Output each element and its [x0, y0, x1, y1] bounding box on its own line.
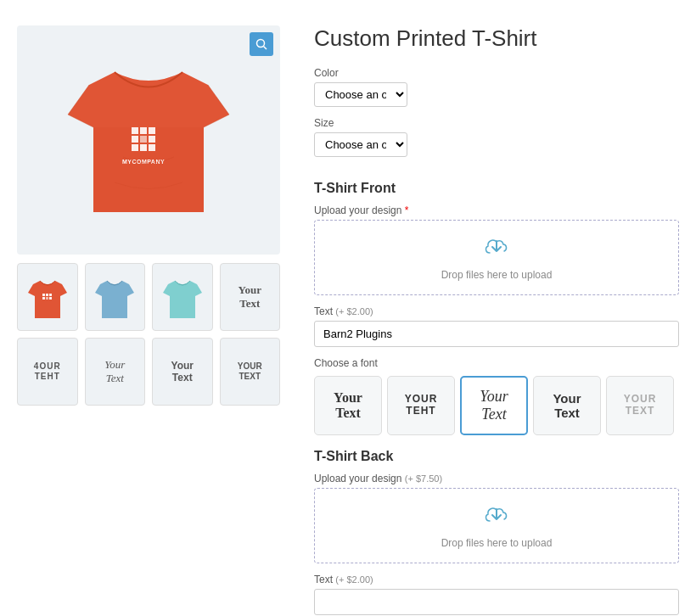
- svg-rect-13: [46, 294, 48, 296]
- svg-rect-10: [149, 144, 155, 151]
- back-upload-hint: Drop files here to upload: [441, 537, 553, 549]
- svg-rect-12: [42, 294, 45, 296]
- svg-rect-14: [49, 294, 52, 296]
- svg-line-1: [264, 47, 267, 50]
- front-upload-hint: Drop files here to upload: [441, 269, 553, 281]
- thumb-block-font[interactable]: 4OURTEHT: [17, 338, 78, 406]
- main-product-image: MYCOMPANY: [17, 25, 280, 255]
- front-text-input[interactable]: [314, 321, 679, 347]
- font-option-block[interactable]: YOURTEHT: [387, 376, 455, 435]
- thumb-script-font[interactable]: YourText: [85, 338, 146, 406]
- upload-cloud-icon: [328, 234, 665, 264]
- back-section-title: T-Shirt Back: [314, 449, 679, 464]
- thumb-red-shirt[interactable]: [17, 263, 78, 331]
- size-select[interactable]: Choose an option S M L XL XXL: [314, 132, 407, 157]
- svg-rect-3: [140, 127, 147, 134]
- thumb-your-text[interactable]: YourText: [220, 263, 281, 331]
- svg-rect-16: [46, 297, 48, 300]
- color-field: Color Choose an option Red Blue Teal: [314, 67, 679, 117]
- thumb-bold-font[interactable]: YourText: [152, 338, 213, 406]
- size-field: Size Choose an option S M L XL XXL: [314, 117, 679, 167]
- font-choose-label: Choose a font: [314, 357, 679, 369]
- svg-rect-5: [132, 136, 138, 143]
- svg-rect-15: [42, 297, 45, 300]
- back-upload-cloud-icon: [328, 502, 665, 532]
- font-option-serif[interactable]: YourText: [314, 376, 382, 435]
- back-text-input[interactable]: [314, 589, 679, 615]
- svg-rect-4: [149, 127, 155, 134]
- svg-rect-9: [140, 144, 147, 151]
- thumb-teal-shirt[interactable]: [152, 263, 213, 331]
- svg-rect-2: [132, 127, 138, 134]
- font-options-group: YourText YOURTEHT YourText YourText YOUR…: [314, 376, 679, 435]
- svg-rect-6: [140, 136, 147, 143]
- font-option-outline[interactable]: YOURTEXT: [606, 376, 674, 435]
- svg-point-0: [257, 40, 265, 48]
- font-option-bold[interactable]: YourText: [533, 376, 601, 435]
- product-image-column: MYCOMPANY: [17, 25, 280, 616]
- front-text-price-hint: (+ $2.00): [335, 306, 373, 316]
- color-select[interactable]: Choose an option Red Blue Teal: [314, 82, 407, 107]
- zoom-button[interactable]: [250, 32, 273, 56]
- front-upload-box[interactable]: Drop files here to upload: [314, 220, 679, 295]
- back-text-label: Text (+ $2.00): [314, 574, 679, 585]
- font-option-script[interactable]: YourText: [460, 376, 528, 435]
- back-text-price-hint: (+ $2.00): [335, 574, 373, 585]
- svg-rect-17: [49, 297, 52, 300]
- product-title: Custom Printed T-Shirt: [314, 25, 679, 52]
- front-text-label: Text (+ $2.00): [314, 305, 679, 317]
- back-upload-label: Upload your design (+ $7.50): [314, 473, 679, 484]
- back-upload-box[interactable]: Drop files here to upload: [314, 488, 679, 563]
- back-upload-price-hint: (+ $7.50): [405, 473, 442, 484]
- thumb-blue-shirt[interactable]: [85, 263, 146, 331]
- front-upload-label: Upload your design: [314, 204, 679, 216]
- svg-rect-8: [132, 144, 138, 151]
- size-label: Size: [314, 117, 679, 129]
- svg-rect-7: [149, 136, 155, 143]
- front-section-title: T-Shirt Front: [314, 181, 679, 196]
- thumbnail-grid: YourText 4OURTEHT YourText YourText YOUR…: [17, 263, 280, 406]
- thumb-outline-font[interactable]: YOURTEXT: [220, 338, 281, 406]
- main-tshirt-svg: MYCOMPANY: [64, 47, 233, 233]
- color-label: Color: [314, 67, 679, 79]
- product-options-column: Custom Printed T-Shirt Color Choose an o…: [314, 25, 679, 616]
